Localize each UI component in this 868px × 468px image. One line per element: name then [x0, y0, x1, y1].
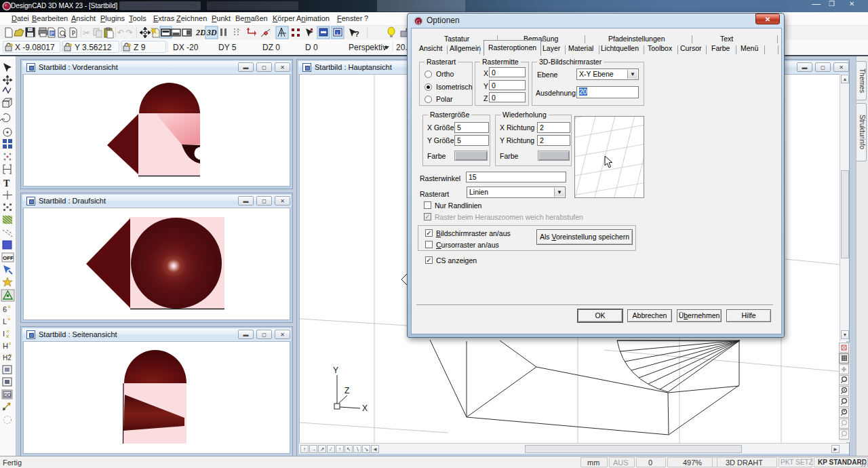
- svg-text:Z: Z: [344, 386, 349, 395]
- svg-text:DD: DD: [4, 393, 11, 397]
- svg-text:2D: 2D: [195, 28, 206, 37]
- svg-text:OFF: OFF: [3, 255, 14, 261]
- svg-text:↶: ↶: [117, 28, 124, 37]
- svg-text:X: X: [362, 404, 368, 413]
- svg-text:I: I: [3, 330, 5, 338]
- svg-text:H: H: [3, 342, 8, 350]
- svg-text:?: ?: [355, 30, 359, 38]
- svg-text:T: T: [3, 178, 10, 189]
- svg-text:✂: ✂: [83, 28, 90, 38]
- svg-text:P: P: [72, 29, 76, 37]
- svg-text:P: P: [50, 31, 54, 37]
- svg-text:G: G: [416, 18, 421, 25]
- svg-text:L: L: [3, 317, 7, 326]
- svg-text:↷: ↷: [126, 28, 133, 37]
- svg-text:Y: Y: [333, 366, 338, 375]
- svg-text:3D: 3D: [206, 28, 217, 37]
- svg-text:6: 6: [3, 305, 7, 313]
- svg-text:i: i: [337, 31, 338, 36]
